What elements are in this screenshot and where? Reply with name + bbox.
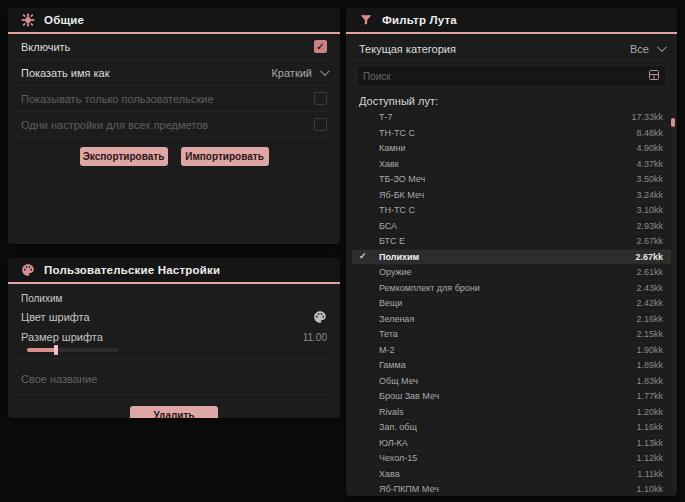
loot-list-item[interactable]: Яб-ПКПМ Меч 1.10kk	[352, 482, 673, 496]
custom-name-input[interactable]	[21, 373, 327, 385]
loot-item-value: 3.10kk	[636, 205, 663, 215]
search-input[interactable]	[363, 71, 648, 82]
loot-item-name: ТБ-ЗО Меч	[379, 174, 425, 184]
filter-funnel-icon	[359, 13, 373, 27]
loot-item-value: 2.16kk	[636, 314, 663, 324]
loot-item-name: Полихим	[379, 252, 419, 262]
font-color-label: Цвет шрифта	[21, 311, 90, 323]
scrollbar-thumb[interactable]	[671, 118, 675, 127]
palette-icon	[21, 263, 35, 277]
font-size-slider[interactable]	[27, 348, 119, 352]
only-custom-checkbox[interactable]	[314, 92, 327, 105]
loot-item-value: 2.42kk	[636, 298, 663, 308]
loot-item-name: Общ Меч	[379, 376, 418, 386]
loot-list-item[interactable]: Зеленая 2.16kk	[352, 312, 673, 328]
loot-item-name: Хавк	[379, 159, 399, 169]
loot-item-name: ЮЛ-КА	[379, 438, 408, 448]
search-bar	[356, 65, 667, 87]
selected-check-icon: ✓	[359, 251, 367, 261]
loot-list-item[interactable]: ТН-ТС С 3.10kk	[352, 203, 673, 219]
only-custom-label: Показывать только пользовательские	[21, 93, 214, 105]
loot-list-item[interactable]: Камни 4.90kk	[352, 141, 673, 157]
loot-item-value: 1.90kk	[636, 345, 663, 355]
general-header: Общие	[8, 8, 340, 34]
loot-list-item[interactable]: Оружие 2.61kk	[352, 265, 673, 281]
loot-list: Т-7 17.33kk ТН-ТС С 8.48kk Камни 4.90kk …	[352, 110, 673, 496]
loot-item-value: 1.16kk	[636, 422, 663, 432]
loot-list-item[interactable]: М-2 1.90kk	[352, 343, 673, 359]
user-settings-title: Пользовательские Настройки	[44, 264, 220, 276]
loot-filter-panel: Фильтр Лута Текущая категория Все Доступ…	[346, 8, 677, 496]
delete-button[interactable]: Удалить	[130, 406, 218, 418]
loot-item-name: Брош Зав Меч	[379, 391, 439, 401]
search-settings-icon[interactable]	[648, 67, 660, 85]
loot-item-name: Оружие	[379, 267, 412, 277]
loot-item-value: 2.43kk	[636, 283, 663, 293]
name-mode-value: Краткий	[271, 67, 312, 79]
font-size-value: 11.00	[303, 332, 327, 343]
slider-handle[interactable]	[54, 345, 58, 355]
loot-list-item[interactable]: Хавк 4.37kk	[352, 157, 673, 173]
loot-item-name: Rivals	[379, 407, 404, 417]
import-button[interactable]: Импортировать	[181, 147, 269, 166]
loot-item-value: 1.20kk	[636, 407, 663, 417]
loot-item-name: Т-7	[379, 112, 393, 122]
loot-item-name: Яб-ПКПМ Меч	[379, 484, 439, 494]
loot-list-item[interactable]: Чехол-15 1.12kk	[352, 451, 673, 467]
loot-item-value: 3.24kk	[636, 190, 663, 200]
loot-item-value: 1.10kk	[636, 484, 663, 494]
loot-item-value: 17.33kk	[631, 112, 663, 122]
loot-item-name: ТН-ТС С	[379, 205, 415, 215]
loot-item-value: 1.13kk	[636, 438, 663, 448]
enable-checkbox[interactable]: ✓	[314, 40, 327, 53]
loot-item-name: Гамма	[379, 360, 406, 370]
single-settings-row: Одни настройки для всех предметов	[14, 112, 334, 138]
loot-list-item[interactable]: Хава 1.11kk	[352, 467, 673, 483]
export-button[interactable]: Экспортировать	[80, 147, 168, 166]
single-settings-label: Одни настройки для всех предметов	[21, 119, 208, 131]
loot-item-value: 1.83kk	[636, 376, 663, 386]
color-picker-icon[interactable]	[313, 310, 327, 324]
loot-list-item[interactable]: Вещи 2.42kk	[352, 296, 673, 312]
loot-list-item[interactable]: Т-7 17.33kk	[352, 110, 673, 126]
category-row: Текущая категория Все	[352, 37, 671, 61]
loot-list-item[interactable]: ТН-ТС С 8.48kk	[352, 126, 673, 142]
loot-list-item[interactable]: Гамма 1.89kk	[352, 358, 673, 374]
slider-fill	[27, 348, 57, 352]
enable-label: Включить	[21, 41, 70, 53]
loot-item-value: 1.12kk	[636, 453, 663, 463]
loot-item-value: 2.67kk	[636, 236, 663, 246]
single-settings-checkbox[interactable]	[314, 118, 327, 131]
loot-item-name: БТС Е	[379, 236, 405, 246]
loot-item-name: М-2	[379, 345, 395, 355]
loot-item-value: 2.61kk	[636, 267, 663, 277]
loot-list-item[interactable]: ✓ Полихим 2.67kk	[352, 250, 673, 266]
loot-item-value: 2.67kk	[635, 252, 663, 262]
loot-list-item[interactable]: Ремкомплект для брони 2.43kk	[352, 281, 673, 297]
loot-list-item[interactable]: ЮЛ-КА 1.13kk	[352, 436, 673, 452]
name-mode-dropdown[interactable]: Краткий	[271, 67, 327, 79]
loot-list-item[interactable]: Брош Зав Меч 1.77kk	[352, 389, 673, 405]
loot-list-item[interactable]: Rivals 1.20kk	[352, 405, 673, 421]
font-size-label: Размер шрифта	[21, 331, 103, 343]
loot-list-item[interactable]: Тета 2.15kk	[352, 327, 673, 343]
loot-list-item[interactable]: БТС Е 2.67kk	[352, 234, 673, 250]
loot-item-name: Хава	[379, 469, 400, 479]
loot-item-value: 2.15kk	[636, 329, 663, 339]
loot-item-name: Вещи	[379, 298, 402, 308]
font-size-row: Размер шрифта 11.00	[14, 328, 334, 346]
loot-list-item[interactable]: БСА 2.93kk	[352, 219, 673, 235]
loot-list-item[interactable]: Общ Меч 1.83kk	[352, 374, 673, 390]
user-settings-header: Пользовательские Настройки	[8, 258, 340, 284]
loot-item-name: Тета	[379, 329, 398, 339]
loot-list-item[interactable]: Яб-БК Меч 3.24kk	[352, 188, 673, 204]
user-settings-panel: Пользовательские Настройки Полихим Цвет …	[8, 258, 340, 418]
loot-item-value: 8.48kk	[636, 128, 663, 138]
category-dropdown[interactable]: Все	[630, 43, 664, 55]
selected-item-name: Полихим	[21, 293, 327, 304]
loot-list-item[interactable]: ТБ-ЗО Меч 3.50kk	[352, 172, 673, 188]
loot-list-item[interactable]: Зап. общ 1.16kk	[352, 420, 673, 436]
loot-item-name: ТН-ТС С	[379, 128, 415, 138]
scrollbar-track[interactable]	[671, 110, 675, 494]
loot-filter-title: Фильтр Лута	[382, 14, 457, 26]
